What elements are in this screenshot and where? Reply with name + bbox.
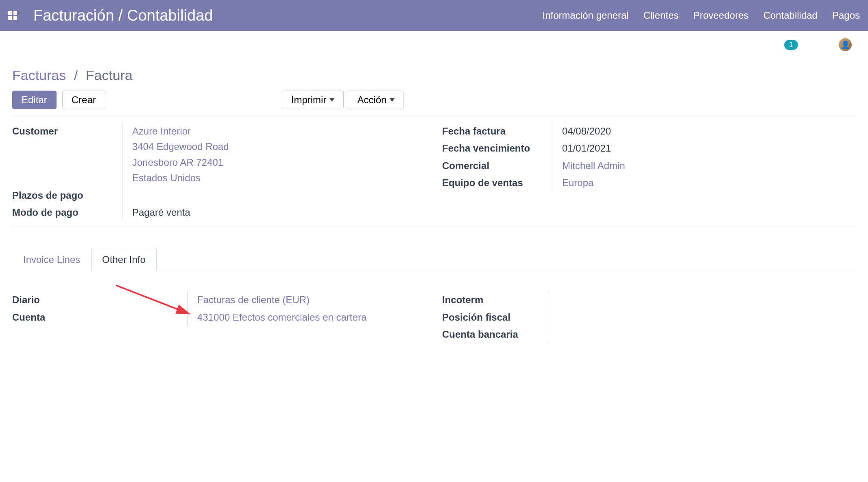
content: Facturas / Factura Editar Crear Imprimir…: [0, 51, 868, 360]
action-button[interactable]: Acción: [348, 91, 404, 109]
pay-mode-value: Pagaré venta: [122, 204, 426, 221]
breadcrumb-sep: /: [74, 67, 78, 83]
tab-other-info[interactable]: Other Info: [91, 248, 157, 271]
print-button[interactable]: Imprimir: [282, 91, 344, 109]
sales-team-label: Equipo de ventas: [442, 174, 552, 191]
pay-mode-label: Modo de pago: [12, 204, 122, 221]
apps-icon[interactable]: [8, 11, 17, 20]
account-value[interactable]: 431000 Efectos comerciales en cartera: [187, 309, 426, 326]
invoice-date-label: Fecha factura: [442, 123, 552, 140]
tab-content-other-info: Diario Facturas de cliente (EUR) Cuenta …: [12, 271, 856, 343]
customer-name: Azure Interior: [132, 124, 426, 139]
fiscal-value: [548, 309, 856, 326]
pay-terms-value: [122, 187, 426, 204]
journal-label: Diario: [12, 291, 187, 308]
journal-value[interactable]: Facturas de cliente (EUR): [187, 291, 426, 308]
incoterm-label: Incoterm: [442, 291, 548, 308]
toolbar: Editar Crear Imprimir Acción: [12, 91, 856, 109]
breadcrumb: Facturas / Factura: [12, 67, 856, 83]
nav-accounting[interactable]: Contabilidad: [763, 10, 818, 21]
customer-value[interactable]: Azure Interior 3404 Edgewood Road Jonesb…: [122, 123, 426, 187]
salesperson-value[interactable]: Mitchell Admin: [552, 157, 856, 174]
nav-customers[interactable]: Clientes: [643, 10, 679, 21]
avatar[interactable]: 👤: [839, 38, 852, 51]
bank-label: Cuenta bancaria: [442, 326, 548, 343]
salesperson-label: Comercial: [442, 157, 552, 174]
breadcrumb-current: Factura: [86, 67, 133, 83]
chevron-down-icon: [329, 98, 334, 102]
nav-payments[interactable]: Pagos: [832, 10, 860, 21]
form-area: Customer Azure Interior 3404 Edgewood Ro…: [12, 117, 856, 227]
due-date-label: Fecha vencimiento: [442, 140, 552, 157]
app-title: Facturación / Contabilidad: [33, 7, 213, 24]
notification-badge[interactable]: 1: [784, 40, 798, 50]
tabs: Invoice Lines Other Info: [12, 248, 856, 271]
pay-terms-label: Plazos de pago: [12, 187, 122, 204]
bank-value: [548, 326, 856, 343]
customer-label: Customer: [12, 123, 122, 187]
chevron-down-icon: [390, 98, 395, 102]
breadcrumb-parent[interactable]: Facturas: [12, 67, 66, 83]
navbar: Facturación / Contabilidad Información g…: [0, 0, 868, 31]
customer-addr3: Estados Unidos: [132, 170, 426, 186]
nav-info[interactable]: Información general: [543, 10, 629, 21]
incoterm-value: [548, 291, 856, 308]
subbar: 1 👤: [0, 31, 868, 51]
account-label: Cuenta: [12, 309, 187, 326]
edit-button[interactable]: Editar: [12, 91, 57, 109]
action-label: Acción: [357, 94, 386, 106]
invoice-date-value: 04/08/2020: [552, 123, 856, 140]
customer-addr2: Jonesboro AR 72401: [132, 155, 426, 170]
nav-menu: Información general Clientes Proveedores…: [543, 10, 860, 21]
tab-invoice-lines[interactable]: Invoice Lines: [12, 248, 91, 271]
create-button[interactable]: Crear: [62, 91, 105, 109]
print-label: Imprimir: [291, 94, 327, 106]
due-date-value: 01/01/2021: [552, 140, 856, 157]
nav-vendors[interactable]: Proveedores: [693, 10, 748, 21]
fiscal-label: Posición fiscal: [442, 309, 548, 326]
customer-addr1: 3404 Edgewood Road: [132, 139, 426, 154]
sales-team-value[interactable]: Europa: [552, 174, 856, 191]
